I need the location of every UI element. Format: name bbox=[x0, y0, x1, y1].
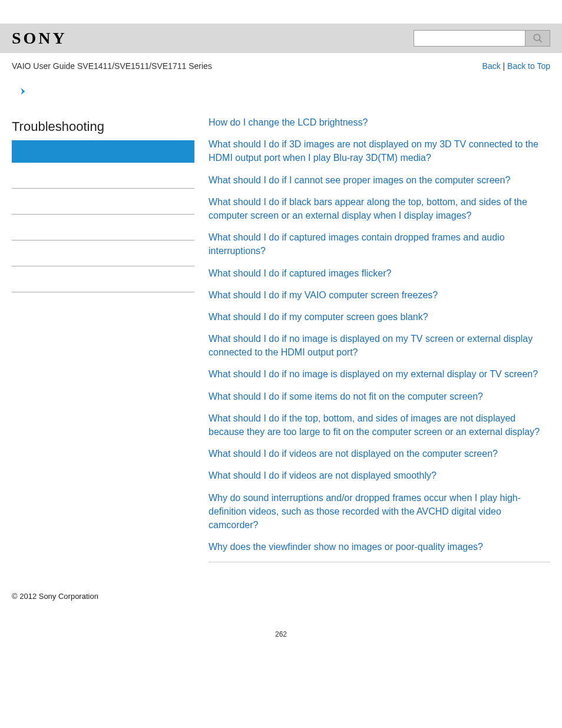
sidebar-item[interactable] bbox=[12, 215, 194, 241]
main-content: How do I change the LCD brightness?What … bbox=[194, 104, 550, 562]
search-input[interactable] bbox=[414, 30, 525, 47]
chevron-right-icon bbox=[19, 87, 27, 95]
question-link[interactable]: What should I do if 3D images are not di… bbox=[209, 137, 550, 164]
nav-separator: | bbox=[501, 61, 507, 71]
subheader: VAIO User Guide SVE1411/SVE1511/SVE1711 … bbox=[0, 53, 562, 77]
question-link[interactable]: What should I do if the top, bottom, and… bbox=[209, 411, 550, 439]
search-button[interactable] bbox=[525, 30, 550, 47]
sidebar-item[interactable] bbox=[12, 241, 194, 266]
question-link[interactable]: Why do sound interruptions and/or droppe… bbox=[209, 491, 550, 532]
content-divider bbox=[209, 562, 550, 562]
doc-title: VAIO User Guide SVE1411/SVE1511/SVE1711 … bbox=[12, 61, 212, 71]
nav-links: Back | Back to Top bbox=[482, 61, 550, 71]
sidebar-item-active[interactable] bbox=[12, 140, 194, 163]
sony-logo: SONY bbox=[12, 29, 67, 48]
question-link[interactable]: What should I do if videos are not displ… bbox=[209, 469, 550, 482]
question-link[interactable]: What should I do if my computer screen g… bbox=[209, 310, 550, 324]
copyright: © 2012 Sony Corporation bbox=[12, 592, 98, 601]
question-link[interactable]: What should I do if some items do not fi… bbox=[209, 390, 550, 403]
question-link[interactable]: What should I do if captured images cont… bbox=[209, 230, 550, 258]
sidebar-item[interactable] bbox=[12, 189, 194, 215]
question-link[interactable]: How do I change the LCD brightness? bbox=[209, 116, 550, 129]
content-wrap: Troubleshooting How do I change the LCD … bbox=[0, 98, 562, 562]
question-link[interactable]: What should I do if no image is displaye… bbox=[209, 332, 550, 359]
question-link[interactable]: What should I do if no image is displaye… bbox=[209, 367, 550, 381]
sidebar-item[interactable] bbox=[12, 266, 194, 292]
breadcrumb-arrow-row bbox=[0, 77, 562, 98]
search-icon bbox=[533, 33, 543, 44]
svg-line-1 bbox=[539, 39, 542, 42]
footer: © 2012 Sony Corporation bbox=[0, 562, 562, 612]
page-number: 262 bbox=[0, 612, 562, 662]
sidebar-title: Troubleshooting bbox=[12, 104, 194, 140]
sidebar: Troubleshooting bbox=[12, 104, 194, 562]
question-link[interactable]: What should I do if videos are not displ… bbox=[209, 447, 550, 460]
svg-point-0 bbox=[534, 34, 540, 41]
back-link[interactable]: Back bbox=[482, 61, 501, 71]
search-area bbox=[414, 30, 550, 47]
question-link[interactable]: What should I do if black bars appear al… bbox=[209, 195, 550, 222]
header-bar: SONY bbox=[0, 24, 562, 53]
question-link[interactable]: What should I do if captured images flic… bbox=[209, 266, 550, 280]
question-link[interactable]: What should I do if I cannot see proper … bbox=[209, 173, 550, 187]
sidebar-item[interactable] bbox=[12, 163, 194, 189]
question-link[interactable]: What should I do if my VAIO computer scr… bbox=[209, 288, 550, 302]
back-to-top-link[interactable]: Back to Top bbox=[507, 61, 550, 71]
question-link[interactable]: Why does the viewfinder show no images o… bbox=[209, 540, 550, 554]
